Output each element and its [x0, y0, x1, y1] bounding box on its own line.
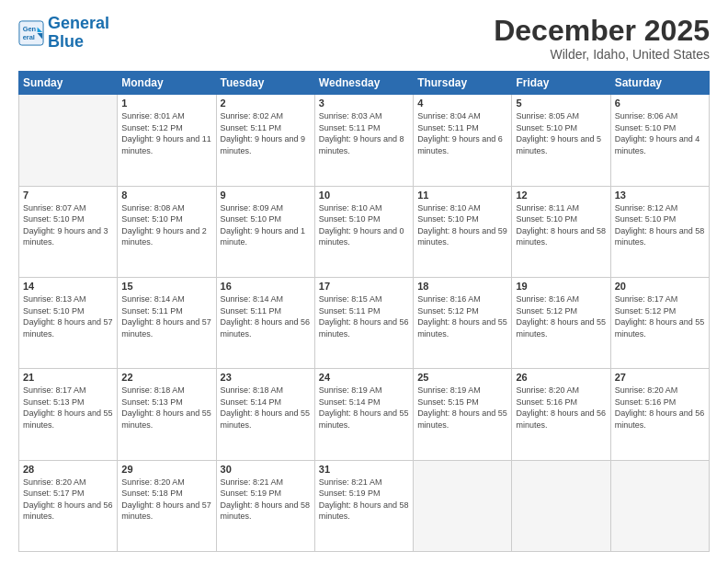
calendar-day: 9 Sunrise: 8:09 AMSunset: 5:10 PMDayligh… [216, 186, 314, 277]
day-number: 10 [319, 190, 409, 201]
calendar-day: 2 Sunrise: 8:02 AMSunset: 5:11 PMDayligh… [216, 95, 314, 186]
header: Gen eral GeneralBlue December 2025 Wilde… [18, 15, 710, 62]
calendar-day: 17 Sunrise: 8:15 AMSunset: 5:11 PMDaylig… [314, 277, 413, 368]
header-wednesday: Wednesday [314, 72, 413, 95]
day-number: 21 [23, 372, 113, 383]
calendar-day: 21 Sunrise: 8:17 AMSunset: 5:13 PMDaylig… [19, 369, 118, 460]
calendar-day: 24 Sunrise: 8:19 AMSunset: 5:14 PMDaylig… [314, 369, 413, 460]
day-info: Sunrise: 8:10 AMSunset: 5:10 PMDaylight:… [319, 202, 409, 248]
day-number: 7 [23, 190, 113, 201]
calendar-day: 8 Sunrise: 8:08 AMSunset: 5:10 PMDayligh… [118, 186, 216, 277]
week-row-5: 28 Sunrise: 8:20 AMSunset: 5:17 PMDaylig… [19, 460, 710, 551]
day-number: 18 [417, 281, 507, 292]
calendar-day: 10 Sunrise: 8:10 AMSunset: 5:10 PMDaylig… [314, 186, 413, 277]
week-row-2: 7 Sunrise: 8:07 AMSunset: 5:10 PMDayligh… [19, 186, 710, 277]
day-info: Sunrise: 8:20 AMSunset: 5:18 PMDaylight:… [121, 477, 211, 523]
day-number: 12 [516, 190, 606, 201]
calendar-day: 20 Sunrise: 8:17 AMSunset: 5:12 PMDaylig… [610, 277, 709, 368]
day-info: Sunrise: 8:10 AMSunset: 5:10 PMDaylight:… [417, 202, 507, 248]
header-tuesday: Tuesday [216, 72, 314, 95]
day-number: 15 [121, 281, 211, 292]
location: Wilder, Idaho, United States [494, 47, 710, 62]
calendar-day: 18 Sunrise: 8:16 AMSunset: 5:12 PMDaylig… [414, 277, 512, 368]
weekday-header-row: Sunday Monday Tuesday Wednesday Thursday… [19, 72, 710, 95]
day-info: Sunrise: 8:18 AMSunset: 5:14 PMDaylight:… [221, 385, 311, 431]
calendar-day: 7 Sunrise: 8:07 AMSunset: 5:10 PMDayligh… [19, 186, 118, 277]
day-number: 25 [417, 372, 507, 383]
day-info: Sunrise: 8:16 AMSunset: 5:12 PMDaylight:… [516, 293, 606, 339]
calendar-day: 14 Sunrise: 8:13 AMSunset: 5:10 PMDaylig… [19, 277, 118, 368]
header-saturday: Saturday [610, 72, 709, 95]
day-number: 16 [221, 281, 311, 292]
calendar-day: 5 Sunrise: 8:05 AMSunset: 5:10 PMDayligh… [512, 95, 610, 186]
header-thursday: Thursday [414, 72, 512, 95]
header-sunday: Sunday [19, 72, 118, 95]
day-info: Sunrise: 8:07 AMSunset: 5:10 PMDaylight:… [23, 202, 113, 248]
calendar-table: Sunday Monday Tuesday Wednesday Thursday… [18, 71, 710, 552]
day-number: 9 [221, 190, 311, 201]
day-info: Sunrise: 8:20 AMSunset: 5:16 PMDaylight:… [516, 385, 606, 431]
calendar-day [512, 460, 610, 551]
day-number: 28 [23, 464, 113, 475]
day-number: 23 [221, 372, 311, 383]
week-row-1: 1 Sunrise: 8:01 AMSunset: 5:12 PMDayligh… [19, 95, 710, 186]
day-info: Sunrise: 8:12 AMSunset: 5:10 PMDaylight:… [615, 202, 705, 248]
day-info: Sunrise: 8:05 AMSunset: 5:10 PMDaylight:… [516, 110, 606, 156]
week-row-4: 21 Sunrise: 8:17 AMSunset: 5:13 PMDaylig… [19, 369, 710, 460]
day-number: 11 [417, 190, 507, 201]
day-number: 26 [516, 372, 606, 383]
day-info: Sunrise: 8:08 AMSunset: 5:10 PMDaylight:… [121, 202, 211, 248]
day-number: 19 [516, 281, 606, 292]
day-number: 1 [121, 98, 211, 109]
calendar-day: 28 Sunrise: 8:20 AMSunset: 5:17 PMDaylig… [19, 460, 118, 551]
day-info: Sunrise: 8:04 AMSunset: 5:11 PMDaylight:… [417, 110, 507, 156]
day-number: 6 [615, 98, 705, 109]
day-info: Sunrise: 8:20 AMSunset: 5:16 PMDaylight:… [615, 385, 705, 431]
logo-text: GeneralBlue [48, 15, 109, 52]
day-number: 31 [319, 464, 409, 475]
week-row-3: 14 Sunrise: 8:13 AMSunset: 5:10 PMDaylig… [19, 277, 710, 368]
day-info: Sunrise: 8:01 AMSunset: 5:12 PMDaylight:… [121, 110, 211, 156]
day-info: Sunrise: 8:21 AMSunset: 5:19 PMDaylight:… [319, 477, 409, 523]
calendar-day [610, 460, 709, 551]
calendar-day: 13 Sunrise: 8:12 AMSunset: 5:10 PMDaylig… [610, 186, 709, 277]
day-info: Sunrise: 8:06 AMSunset: 5:10 PMDaylight:… [615, 110, 705, 156]
day-number: 5 [516, 98, 606, 109]
calendar-day: 25 Sunrise: 8:19 AMSunset: 5:15 PMDaylig… [414, 369, 512, 460]
calendar-day: 4 Sunrise: 8:04 AMSunset: 5:11 PMDayligh… [414, 95, 512, 186]
day-info: Sunrise: 8:14 AMSunset: 5:11 PMDaylight:… [221, 293, 311, 339]
day-number: 20 [615, 281, 705, 292]
day-number: 2 [221, 98, 311, 109]
day-info: Sunrise: 8:18 AMSunset: 5:13 PMDaylight:… [121, 385, 211, 431]
day-info: Sunrise: 8:02 AMSunset: 5:11 PMDaylight:… [221, 110, 311, 156]
day-info: Sunrise: 8:16 AMSunset: 5:12 PMDaylight:… [417, 293, 507, 339]
day-number: 27 [615, 372, 705, 383]
day-info: Sunrise: 8:17 AMSunset: 5:13 PMDaylight:… [23, 385, 113, 431]
logo: Gen eral GeneralBlue [18, 15, 109, 52]
calendar-day: 19 Sunrise: 8:16 AMSunset: 5:12 PMDaylig… [512, 277, 610, 368]
calendar-day: 29 Sunrise: 8:20 AMSunset: 5:18 PMDaylig… [118, 460, 216, 551]
calendar-day: 30 Sunrise: 8:21 AMSunset: 5:19 PMDaylig… [216, 460, 314, 551]
calendar-day: 3 Sunrise: 8:03 AMSunset: 5:11 PMDayligh… [314, 95, 413, 186]
day-number: 30 [221, 464, 311, 475]
day-number: 14 [23, 281, 113, 292]
calendar-day: 16 Sunrise: 8:14 AMSunset: 5:11 PMDaylig… [216, 277, 314, 368]
day-info: Sunrise: 8:19 AMSunset: 5:14 PMDaylight:… [319, 385, 409, 431]
day-number: 4 [417, 98, 507, 109]
day-info: Sunrise: 8:03 AMSunset: 5:11 PMDaylight:… [319, 110, 409, 156]
day-number: 29 [121, 464, 211, 475]
logo-icon: Gen eral [18, 20, 44, 46]
calendar-day: 6 Sunrise: 8:06 AMSunset: 5:10 PMDayligh… [610, 95, 709, 186]
day-info: Sunrise: 8:14 AMSunset: 5:11 PMDaylight:… [121, 293, 211, 339]
day-info: Sunrise: 8:17 AMSunset: 5:12 PMDaylight:… [615, 293, 705, 339]
day-number: 3 [319, 98, 409, 109]
calendar-day: 12 Sunrise: 8:11 AMSunset: 5:10 PMDaylig… [512, 186, 610, 277]
calendar-day: 26 Sunrise: 8:20 AMSunset: 5:16 PMDaylig… [512, 369, 610, 460]
day-info: Sunrise: 8:09 AMSunset: 5:10 PMDaylight:… [221, 202, 311, 248]
header-friday: Friday [512, 72, 610, 95]
day-number: 13 [615, 190, 705, 201]
calendar-day: 11 Sunrise: 8:10 AMSunset: 5:10 PMDaylig… [414, 186, 512, 277]
day-number: 17 [319, 281, 409, 292]
day-number: 8 [121, 190, 211, 201]
calendar-day: 15 Sunrise: 8:14 AMSunset: 5:11 PMDaylig… [118, 277, 216, 368]
